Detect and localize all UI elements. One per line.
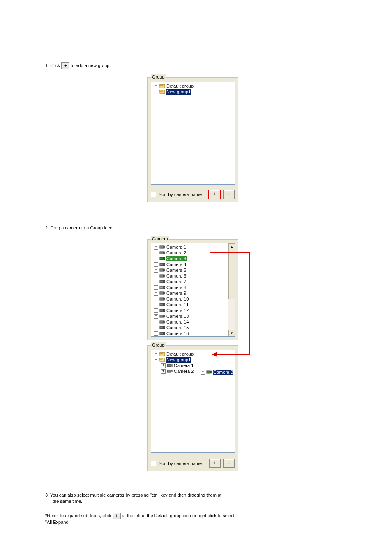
expand-icon[interactable]: +: [154, 285, 158, 290]
tree-item-label: Camera 8: [166, 284, 187, 290]
tree-item-label: Camera 13: [166, 313, 189, 319]
expand-icon[interactable]: +: [154, 262, 158, 267]
camera-tree-item[interactable]: +Camera 14: [152, 319, 228, 325]
tree-item-label: Camera 3: [166, 256, 187, 261]
tree-item-label: Camera 9: [166, 290, 187, 296]
remove-group-button[interactable]: -: [223, 190, 235, 199]
camera-icon: [159, 319, 165, 324]
svg-rect-26: [160, 309, 164, 312]
camera-icon: [159, 308, 165, 313]
tree-item-label: Camera 1: [173, 363, 194, 368]
expand-icon[interactable]: +: [154, 257, 158, 261]
svg-rect-24: [160, 303, 164, 306]
group-icon: [159, 83, 165, 88]
group-tree-item[interactable]: +Default group: [152, 351, 234, 357]
expand-icon[interactable]: +: [154, 320, 158, 324]
add-group-button[interactable]: +: [208, 190, 221, 199]
group-tree-item[interactable]: −New group1: [152, 357, 234, 363]
group-tree-item[interactable]: New group1: [152, 89, 234, 95]
instruction-note: *Note: To expand sub-trees, click + at t…: [45, 513, 308, 525]
tree-item-label: Default group: [166, 83, 194, 89]
expand-icon[interactable]: +: [154, 326, 158, 330]
expand-icon[interactable]: +: [161, 369, 166, 374]
camera-icon: [159, 291, 165, 296]
camera-tree-item[interactable]: +Camera 7: [152, 279, 228, 284]
camera-icon: [159, 325, 165, 330]
tree-item-label: Camera 12: [166, 308, 189, 313]
expand-icon[interactable]: +: [154, 251, 158, 255]
tree-item-label: New group1: [166, 357, 191, 363]
expand-icon[interactable]: +: [154, 297, 158, 301]
instruction-step-2: 2. Drag a camera to a Group level.: [45, 225, 115, 231]
add-group-button-2[interactable]: +: [209, 459, 221, 468]
group-camera-item[interactable]: +Camera 1: [152, 363, 234, 368]
group-tree-item[interactable]: +Default group: [152, 83, 234, 89]
camera-icon: [159, 279, 165, 284]
instruction-step-3: 3. You can also select multiple cameras …: [45, 492, 308, 504]
camera-tree-item[interactable]: +Camera 9: [152, 290, 228, 296]
tree-item-label: Camera 7: [166, 279, 187, 284]
instruction-step-1: 1. Click + to add a new group.: [45, 62, 111, 69]
expand-icon[interactable]: +: [161, 363, 166, 368]
scroll-thumb[interactable]: [228, 250, 235, 299]
expand-icon[interactable]: +: [154, 268, 158, 273]
tree-item-label: Camera 15: [166, 325, 189, 331]
remove-group-button-2[interactable]: -: [223, 459, 235, 468]
camera-tree-item[interactable]: +Camera 4: [152, 261, 228, 267]
camera-tree-item[interactable]: +Camera 3: [152, 256, 228, 261]
sort-label-2: Sort by camera name: [159, 461, 207, 466]
expand-icon[interactable]: +: [154, 331, 158, 336]
expand-icon[interactable]: +: [154, 308, 158, 313]
camera-icon: [159, 331, 165, 336]
expand-icon[interactable]: +: [154, 303, 158, 307]
camera-icon: [167, 363, 173, 368]
tree-item-label: Camera 2: [166, 250, 187, 256]
expand-icon[interactable]: +: [154, 352, 158, 356]
camera-tree-item[interactable]: +Camera 10: [152, 296, 228, 302]
camera-scrollbar[interactable]: ▲ ▼: [228, 243, 235, 336]
expand-icon[interactable]: +: [154, 245, 158, 250]
camera-tree-item[interactable]: +Camera 6: [152, 273, 228, 279]
expand-icon[interactable]: +: [154, 274, 158, 278]
expand-icon[interactable]: +: [154, 280, 158, 284]
group-legend-2: Group: [151, 342, 166, 347]
tree-item-label: Camera 5: [166, 267, 187, 273]
camera-icon: [159, 250, 165, 255]
group-icon: [159, 352, 165, 356]
drag-ghost-label: Camera 3: [213, 370, 233, 375]
group-tree-area-2[interactable]: +Default group−New group1+Camera 1+Camer…: [151, 350, 235, 453]
sort-checkbox[interactable]: [151, 192, 156, 197]
camera-tree-item[interactable]: +Camera 1: [152, 244, 228, 250]
camera-icon: [159, 256, 165, 261]
svg-rect-3: [160, 90, 162, 91]
camera-tree-item[interactable]: +Camera 8: [152, 284, 228, 290]
svg-rect-4: [160, 246, 164, 248]
sort-label: Sort by camera name: [159, 192, 206, 197]
svg-rect-18: [160, 286, 164, 289]
camera-tree-item[interactable]: +Camera 11: [152, 302, 228, 308]
expand-icon[interactable]: +: [154, 314, 158, 319]
collapse-icon[interactable]: −: [154, 358, 158, 362]
camera-tree-item[interactable]: +Camera 12: [152, 308, 228, 313]
expand-icon[interactable]: +: [154, 84, 158, 88]
tree-item-label: Camera 4: [166, 261, 187, 267]
camera-tree-item[interactable]: +Camera 5: [152, 267, 228, 273]
svg-rect-20: [160, 292, 164, 294]
scroll-down-icon[interactable]: ▼: [228, 330, 235, 336]
svg-rect-44: [207, 371, 210, 373]
group-tree-area[interactable]: +Default groupNew group1: [151, 82, 235, 185]
expand-icon[interactable]: +: [154, 291, 158, 296]
plus-button-inline-icon: +: [61, 62, 69, 69]
camera-tree-item[interactable]: +Camera 15: [152, 325, 228, 331]
sort-checkbox-2[interactable]: [151, 461, 156, 466]
svg-rect-42: [167, 370, 171, 372]
camera-tree-item[interactable]: +Camera 13: [152, 313, 228, 319]
camera-tree-area[interactable]: +Camera 1+Camera 2+Camera 3+Camera 4+Cam…: [151, 243, 235, 337]
tree-item-label: Camera 2: [173, 368, 194, 374]
scroll-up-icon[interactable]: ▲: [228, 243, 235, 250]
camera-tree-item[interactable]: +Camera 16: [152, 331, 228, 336]
camera-tree-item[interactable]: +Camera 2: [152, 250, 228, 256]
svg-rect-37: [160, 352, 162, 354]
tree-item-label: Camera 16: [166, 331, 189, 336]
expand-icon[interactable]: +: [201, 370, 205, 375]
